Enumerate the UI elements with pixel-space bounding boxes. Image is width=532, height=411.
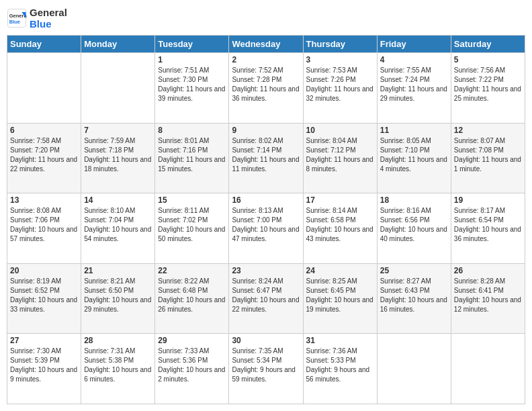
day-info: Sunrise: 8:11 AM Sunset: 7:02 PM Dayligh…: [158, 206, 226, 244]
calendar-cell: 23Sunrise: 8:24 AM Sunset: 6:47 PM Dayli…: [229, 263, 303, 334]
day-number: 5: [454, 55, 522, 64]
calendar-page: General Blue General Blue SundayMondayTu…: [0, 0, 532, 411]
calendar-cell: 31Sunrise: 7:36 AM Sunset: 5:33 PM Dayli…: [303, 334, 377, 404]
day-number: 14: [84, 195, 152, 205]
day-number: 26: [454, 266, 522, 275]
day-info: Sunrise: 7:30 AM Sunset: 5:39 PM Dayligh…: [10, 347, 78, 384]
day-number: 7: [84, 126, 152, 135]
day-info: Sunrise: 7:51 AM Sunset: 7:30 PM Dayligh…: [158, 66, 226, 103]
day-number: 10: [306, 126, 374, 135]
weekday-header-wednesday: Wednesday: [229, 36, 303, 53]
week-row-1: 1Sunrise: 7:51 AM Sunset: 7:30 PM Daylig…: [7, 53, 525, 124]
calendar-cell: [451, 334, 525, 404]
day-number: 2: [232, 55, 300, 64]
week-row-2: 6Sunrise: 7:58 AM Sunset: 7:20 PM Daylig…: [7, 123, 525, 193]
day-info: Sunrise: 8:25 AM Sunset: 6:45 PM Dayligh…: [306, 277, 374, 314]
day-number: 13: [10, 195, 78, 205]
day-info: Sunrise: 8:01 AM Sunset: 7:16 PM Dayligh…: [158, 136, 226, 174]
day-info: Sunrise: 8:17 AM Sunset: 6:54 PM Dayligh…: [454, 206, 522, 244]
calendar-cell: [377, 334, 451, 404]
day-number: 20: [10, 266, 78, 275]
weekday-header-monday: Monday: [81, 36, 155, 53]
day-info: Sunrise: 7:59 AM Sunset: 7:18 PM Dayligh…: [84, 136, 152, 174]
day-info: Sunrise: 7:56 AM Sunset: 7:22 PM Dayligh…: [454, 66, 522, 103]
day-number: 12: [454, 126, 522, 135]
day-info: Sunrise: 8:14 AM Sunset: 6:58 PM Dayligh…: [306, 206, 374, 244]
calendar-cell: 15Sunrise: 8:11 AM Sunset: 7:02 PM Dayli…: [155, 193, 229, 264]
calendar-cell: [81, 53, 155, 124]
day-info: Sunrise: 7:55 AM Sunset: 7:24 PM Dayligh…: [380, 66, 448, 103]
day-info: Sunrise: 8:07 AM Sunset: 7:08 PM Dayligh…: [454, 136, 522, 174]
header: General Blue General Blue: [7, 7, 525, 30]
calendar-cell: 2Sunrise: 7:52 AM Sunset: 7:28 PM Daylig…: [229, 53, 303, 124]
day-number: 3: [306, 55, 374, 64]
weekday-header-friday: Friday: [377, 36, 451, 53]
weekday-header-tuesday: Tuesday: [155, 36, 229, 53]
calendar-cell: 21Sunrise: 8:21 AM Sunset: 6:50 PM Dayli…: [81, 263, 155, 334]
day-info: Sunrise: 8:22 AM Sunset: 6:48 PM Dayligh…: [158, 277, 226, 314]
calendar-cell: 1Sunrise: 7:51 AM Sunset: 7:30 PM Daylig…: [155, 53, 229, 124]
day-number: 11: [380, 126, 448, 135]
day-info: Sunrise: 8:19 AM Sunset: 6:52 PM Dayligh…: [10, 277, 78, 314]
calendar-cell: 14Sunrise: 8:10 AM Sunset: 7:04 PM Dayli…: [81, 193, 155, 264]
calendar-cell: 22Sunrise: 8:22 AM Sunset: 6:48 PM Dayli…: [155, 263, 229, 334]
day-info: Sunrise: 8:28 AM Sunset: 6:41 PM Dayligh…: [454, 277, 522, 314]
day-number: 6: [10, 126, 78, 135]
calendar-cell: 8Sunrise: 8:01 AM Sunset: 7:16 PM Daylig…: [155, 123, 229, 193]
day-info: Sunrise: 7:35 AM Sunset: 5:34 PM Dayligh…: [232, 347, 300, 384]
day-number: 22: [158, 266, 226, 275]
calendar-cell: 11Sunrise: 8:05 AM Sunset: 7:10 PM Dayli…: [377, 123, 451, 193]
calendar-cell: 4Sunrise: 7:55 AM Sunset: 7:24 PM Daylig…: [377, 53, 451, 124]
calendar-cell: 9Sunrise: 8:02 AM Sunset: 7:14 PM Daylig…: [229, 123, 303, 193]
calendar-cell: 20Sunrise: 8:19 AM Sunset: 6:52 PM Dayli…: [7, 263, 81, 334]
day-info: Sunrise: 8:10 AM Sunset: 7:04 PM Dayligh…: [84, 206, 152, 244]
calendar-cell: 10Sunrise: 8:04 AM Sunset: 7:12 PM Dayli…: [303, 123, 377, 193]
day-number: 21: [84, 266, 152, 275]
day-info: Sunrise: 8:08 AM Sunset: 7:06 PM Dayligh…: [10, 206, 78, 244]
calendar-cell: 24Sunrise: 8:25 AM Sunset: 6:45 PM Dayli…: [303, 263, 377, 334]
weekday-header-saturday: Saturday: [451, 36, 525, 53]
day-info: Sunrise: 8:21 AM Sunset: 6:50 PM Dayligh…: [84, 277, 152, 314]
calendar-cell: 3Sunrise: 7:53 AM Sunset: 7:26 PM Daylig…: [303, 53, 377, 124]
weekday-header-row: SundayMondayTuesdayWednesdayThursdayFrid…: [7, 36, 525, 53]
weekday-header-sunday: Sunday: [7, 36, 81, 53]
calendar-cell: 19Sunrise: 8:17 AM Sunset: 6:54 PM Dayli…: [451, 193, 525, 264]
day-info: Sunrise: 8:05 AM Sunset: 7:10 PM Dayligh…: [380, 136, 448, 174]
day-number: 27: [10, 336, 78, 345]
day-info: Sunrise: 7:58 AM Sunset: 7:20 PM Dayligh…: [10, 136, 78, 174]
day-number: 4: [380, 55, 448, 64]
calendar-cell: [7, 53, 81, 124]
calendar-cell: 30Sunrise: 7:35 AM Sunset: 5:34 PM Dayli…: [229, 334, 303, 404]
week-row-5: 27Sunrise: 7:30 AM Sunset: 5:39 PM Dayli…: [7, 334, 525, 404]
day-number: 17: [306, 195, 374, 205]
day-number: 31: [306, 336, 374, 345]
calendar-cell: 18Sunrise: 8:16 AM Sunset: 6:56 PM Dayli…: [377, 193, 451, 264]
weekday-header-thursday: Thursday: [303, 36, 377, 53]
day-number: 24: [306, 266, 374, 275]
calendar-table: SundayMondayTuesdayWednesdayThursdayFrid…: [7, 35, 525, 404]
day-info: Sunrise: 7:53 AM Sunset: 7:26 PM Dayligh…: [306, 66, 374, 103]
calendar-cell: 16Sunrise: 8:13 AM Sunset: 7:00 PM Dayli…: [229, 193, 303, 264]
calendar-cell: 12Sunrise: 8:07 AM Sunset: 7:08 PM Dayli…: [451, 123, 525, 193]
day-number: 9: [232, 126, 300, 135]
calendar-cell: 5Sunrise: 7:56 AM Sunset: 7:22 PM Daylig…: [451, 53, 525, 124]
day-number: 30: [232, 336, 300, 345]
day-number: 18: [380, 195, 448, 205]
logo-icon: General Blue: [7, 8, 27, 28]
calendar-cell: 26Sunrise: 8:28 AM Sunset: 6:41 PM Dayli…: [451, 263, 525, 334]
day-info: Sunrise: 8:13 AM Sunset: 7:00 PM Dayligh…: [232, 206, 300, 244]
day-info: Sunrise: 7:36 AM Sunset: 5:33 PM Dayligh…: [306, 347, 374, 384]
calendar-cell: 13Sunrise: 8:08 AM Sunset: 7:06 PM Dayli…: [7, 193, 81, 264]
svg-text:Blue: Blue: [9, 19, 20, 25]
day-info: Sunrise: 8:24 AM Sunset: 6:47 PM Dayligh…: [232, 277, 300, 314]
day-info: Sunrise: 8:02 AM Sunset: 7:14 PM Dayligh…: [232, 136, 300, 174]
day-number: 28: [84, 336, 152, 345]
day-number: 15: [158, 195, 226, 205]
calendar-cell: 27Sunrise: 7:30 AM Sunset: 5:39 PM Dayli…: [7, 334, 81, 404]
day-info: Sunrise: 8:04 AM Sunset: 7:12 PM Dayligh…: [306, 136, 374, 174]
calendar-cell: 28Sunrise: 7:31 AM Sunset: 5:38 PM Dayli…: [81, 334, 155, 404]
day-info: Sunrise: 8:27 AM Sunset: 6:43 PM Dayligh…: [380, 277, 448, 314]
calendar-cell: 17Sunrise: 8:14 AM Sunset: 6:58 PM Dayli…: [303, 193, 377, 264]
logo-text: General Blue: [30, 7, 67, 30]
calendar-cell: 25Sunrise: 8:27 AM Sunset: 6:43 PM Dayli…: [377, 263, 451, 334]
